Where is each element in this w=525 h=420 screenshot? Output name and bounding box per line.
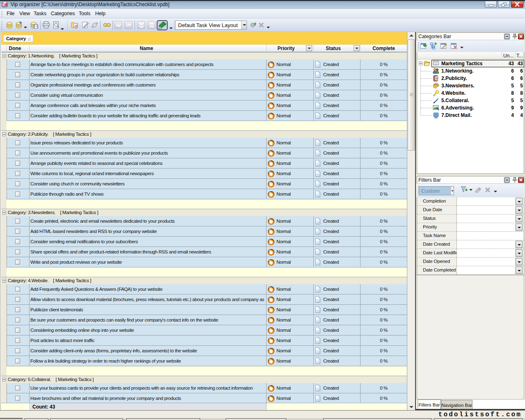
svg-text:5: 5 [436,77,438,80]
